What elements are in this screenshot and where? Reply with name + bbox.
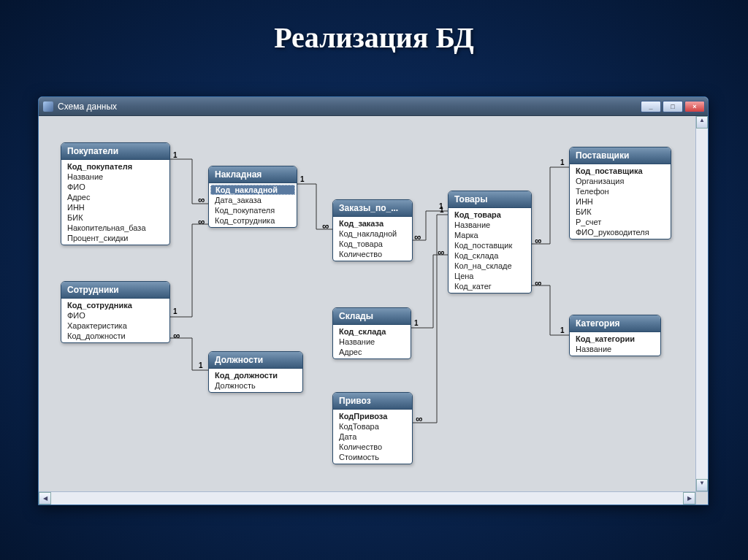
table-field[interactable]: Марка	[449, 230, 531, 240]
card-label: ∞	[173, 330, 180, 341]
table-goods[interactable]: Товары Код_товара Название Марка Код_пос…	[448, 191, 532, 294]
table-field[interactable]: БИК	[570, 207, 671, 217]
card-label: ∞	[416, 413, 422, 424]
card-label: 1	[560, 326, 565, 334]
table-field[interactable]: Код_товара	[449, 210, 531, 220]
card-label: ∞	[535, 235, 541, 246]
table-field[interactable]: Код_поставщик	[449, 240, 531, 250]
table-field[interactable]: ФИО	[61, 310, 169, 321]
table-field[interactable]: Название	[449, 220, 531, 230]
table-field[interactable]: Код_накладной	[210, 185, 295, 195]
scroll-down-button[interactable]: ▼	[696, 479, 708, 491]
table-field[interactable]: Код_покупателя	[61, 161, 169, 172]
table-delivery[interactable]: Привоз КодПривоза КодТовара Дата Количес…	[332, 392, 413, 464]
table-title: Привоз	[333, 393, 412, 410]
table-field[interactable]: Код_склада	[449, 250, 531, 261]
table-field[interactable]: ИНН	[570, 196, 671, 207]
table-field[interactable]: Код_катег	[449, 281, 531, 291]
table-field[interactable]: Код_товара	[333, 239, 412, 249]
table-field[interactable]: КодТовара	[333, 421, 412, 431]
table-field[interactable]: Код_сотрудника	[209, 215, 297, 226]
db-schema-window: Схема данных _ □ ×	[38, 96, 709, 505]
table-field[interactable]: Код_склада	[333, 326, 411, 337]
table-field[interactable]: Кол_на_складе	[449, 261, 531, 271]
table-field[interactable]: Код_заказа	[333, 218, 412, 229]
table-field[interactable]: Название	[61, 172, 169, 182]
scroll-left-button[interactable]: ◀	[39, 492, 51, 505]
card-label: 1	[199, 361, 203, 369]
table-field[interactable]: Количество	[333, 442, 412, 452]
table-field[interactable]: ФИО	[61, 182, 169, 192]
table-field[interactable]: Код_сотрудника	[61, 300, 169, 310]
table-title: Покупатели	[61, 143, 169, 160]
card-label: ∞	[535, 277, 541, 288]
table-field[interactable]: Код_должности	[209, 370, 302, 380]
table-title: Категория	[570, 315, 660, 332]
table-field[interactable]: Код_накладной	[333, 229, 412, 239]
window-titlebar[interactable]: Схема данных _ □ ×	[39, 97, 708, 116]
table-field[interactable]: Код_поставщика	[570, 166, 671, 176]
table-field[interactable]: Адрес	[61, 192, 169, 202]
card-label: 1	[440, 206, 444, 214]
card-label: ∞	[198, 216, 205, 227]
table-field[interactable]: Стоимость	[333, 452, 412, 462]
card-label: ∞	[198, 194, 205, 205]
table-field[interactable]: Название	[570, 344, 660, 354]
table-field[interactable]: БИК	[61, 212, 169, 223]
table-field[interactable]: Дата	[333, 431, 412, 442]
close-button[interactable]: ×	[684, 101, 705, 112]
slide-title: Реализация БД	[0, 0, 748, 62]
table-title: Сотрудники	[61, 282, 169, 299]
table-field[interactable]: Код_покупателя	[209, 205, 297, 215]
table-invoice[interactable]: Накладная Код_накладной Дата_заказа Код_…	[208, 166, 297, 228]
card-label: 1	[300, 175, 305, 183]
table-title: Склады	[333, 308, 411, 325]
card-label: 1	[173, 151, 178, 159]
table-field[interactable]: ФИО_руководителя	[570, 227, 671, 237]
table-field[interactable]: Количество	[333, 249, 412, 259]
table-suppliers[interactable]: Поставщики Код_поставщика Организация Те…	[569, 147, 671, 239]
table-field[interactable]: КодПривоза	[333, 411, 412, 421]
table-field[interactable]: Организация	[570, 176, 671, 186]
table-field[interactable]: Название	[333, 337, 411, 347]
table-customers[interactable]: Покупатели Код_покупателя Название ФИО А…	[61, 142, 170, 245]
table-title: Поставщики	[570, 147, 671, 164]
table-field[interactable]: Телефон	[570, 186, 671, 196]
table-field[interactable]: Код_должности	[61, 331, 169, 341]
table-field[interactable]: Характеристика	[61, 321, 169, 331]
table-warehouses[interactable]: Склады Код_склада Название Адрес	[332, 307, 411, 359]
table-employees[interactable]: Сотрудники Код_сотрудника ФИО Характерис…	[61, 281, 170, 343]
window-title: Схема данных	[58, 101, 641, 112]
horizontal-scrollbar[interactable]: ◀ ▶	[39, 491, 708, 505]
maximize-button[interactable]: □	[663, 101, 683, 112]
table-field[interactable]: Код_категории	[570, 334, 660, 344]
card-label: ∞	[322, 220, 329, 231]
card-label: ∞	[414, 231, 421, 242]
scroll-up-button[interactable]: ▲	[696, 116, 708, 129]
table-field[interactable]: Дата_заказа	[209, 195, 297, 205]
table-field[interactable]: ИНН	[61, 202, 169, 212]
table-field[interactable]: Должность	[209, 380, 302, 391]
table-field[interactable]: Процент_скидки	[61, 233, 169, 243]
minimize-button[interactable]: _	[641, 101, 661, 112]
table-title: Накладная	[209, 166, 297, 183]
table-field[interactable]: Накопительная_база	[61, 223, 169, 233]
card-label: ∞	[438, 247, 444, 258]
vertical-scrollbar[interactable]: ▲ ▼	[695, 116, 708, 491]
card-label: 1	[414, 319, 419, 327]
card-label: 1	[173, 307, 178, 315]
table-title: Должности	[209, 352, 302, 369]
table-field[interactable]: Р_счет	[570, 217, 671, 227]
card-label: 1	[560, 158, 565, 166]
schema-canvas[interactable]: 1 ∞ 1 ∞ ∞ 1 1 ∞ 1 ∞ 1 ∞ 1 ∞ 1 ∞ 1 ∞ Поку…	[39, 116, 708, 491]
table-field[interactable]: Адрес	[333, 347, 411, 357]
table-title: Товары	[449, 191, 531, 208]
table-category[interactable]: Категория Код_категории Название	[569, 315, 661, 356]
app-icon	[43, 101, 53, 112]
table-orders[interactable]: Заказы_по_... Код_заказа Код_накладной К…	[332, 199, 413, 261]
scroll-right-button[interactable]: ▶	[683, 492, 695, 505]
table-field[interactable]: Цена	[449, 271, 531, 281]
table-positions[interactable]: Должности Код_должности Должность	[208, 351, 303, 393]
table-title: Заказы_по_...	[333, 200, 412, 217]
